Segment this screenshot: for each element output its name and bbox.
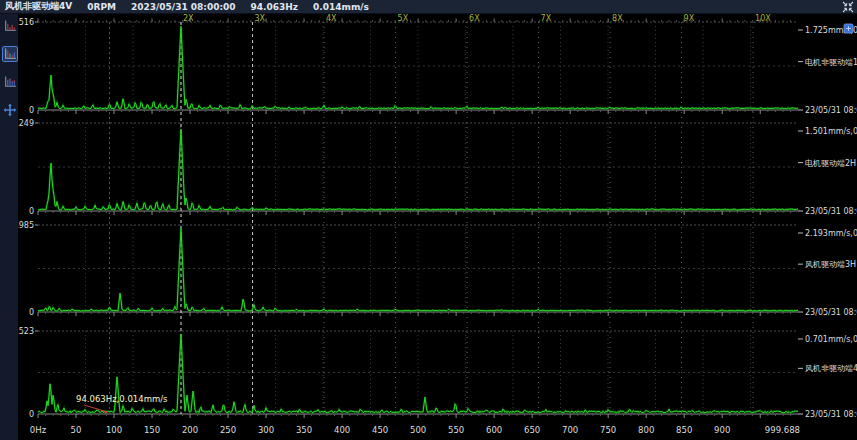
x-axis-label: 900 [714,425,730,435]
x-axis-label: 150 [144,425,160,435]
right-channel-label: 电机驱动端2H [805,159,856,168]
datetime-readout: 2023/05/31 08:00:00 [131,2,236,12]
spectrum-trace-glow [38,129,798,210]
y-zero-label: 0 [29,207,34,216]
right-time-label: 23/05/31 08:00:00 [805,207,857,216]
x-axis-label: 700 [562,425,578,435]
spectrum-chart-icon[interactable] [2,46,18,62]
x-axis-label: 650 [524,425,540,435]
y-zero-label: 0 [29,308,34,317]
right-time-label: 23/05/31 08:00:00 [805,410,857,419]
y-max-label: 1.249 [18,119,34,128]
x-axis-label: 850 [676,425,692,435]
x-axis-label: 450 [372,425,388,435]
y-max-label: 0.523 [18,327,34,336]
toolbar-sidebar [0,14,18,440]
harmonic-label: 2X [183,14,194,23]
x-axis-label: 600 [486,425,502,435]
x-axis-label: 200 [182,425,198,435]
harmonic-label: 9X [684,14,695,23]
y-max-label: 1.516 [18,18,34,27]
cursor-annotation: 94.063Hz,0.014mm/s [76,394,168,404]
x-axis-label: 550 [448,425,464,435]
harmonic-label: 10X [755,14,771,23]
y-zero-label: 0 [29,410,34,419]
spectrum-plot-area[interactable]: 1.51601.725mm/s,0RPM电机非驱动端1H23/05/31 08:… [18,14,857,440]
harmonic-label: 8X [612,14,623,23]
harmonic-label: 5X [398,14,409,23]
right-amplitude-label: 0.701mm/s,0RPM [805,335,857,344]
right-time-label: 23/05/31 08:00:00 [805,308,857,317]
harmonic-label: 7X [541,14,552,23]
x-axis-label: 50 [71,425,82,435]
spectrum-plot-region: 1.51601.725mm/s,0RPM电机非驱动端1H23/05/31 08:… [18,14,857,440]
trend-chart-icon[interactable] [2,18,18,34]
collapse-icon[interactable] [842,1,854,13]
x-axis-label: 500 [410,425,426,435]
x-axis-label: 250 [220,425,236,435]
x-axis-label: 750 [600,425,616,435]
channel-name: 风机非驱动端4V [5,0,72,13]
right-time-label: 23/05/31 08:00:00 [805,106,857,115]
x-axis-label: 400 [334,425,350,435]
status-bar: 风机非驱动端4V 0RPM 2023/05/31 08:00:00 94.063… [0,0,857,14]
right-amplitude-label: 2.193mm/s,0RPM [805,229,857,238]
harmonic-label: 6X [469,14,480,23]
right-amplitude-label: 1.501mm/s,0RPM [805,127,857,136]
move-cross-icon[interactable] [2,102,18,118]
x-axis-label: 999.688 [765,425,800,435]
right-channel-label: 电机非驱动端1H [805,58,857,67]
right-channel-label: 风机非驱动端4V [805,364,857,373]
rpm-readout: 0RPM [87,2,116,12]
x-axis-label: 300 [258,425,274,435]
cursor-amplitude-readout: 0.014mm/s [313,2,369,12]
y-max-label: 1.985 [18,221,34,230]
y-zero-label: 0 [29,106,34,115]
spectrum-trace [38,129,798,210]
waterfall-chart-icon[interactable] [2,74,18,90]
harmonic-label: 3X [255,14,266,23]
x-axis-label: 350 [296,425,312,435]
cursor-frequency-readout: 94.063Hz [251,2,299,12]
x-axis-label: 100 [106,425,122,435]
x-axis-label: 800 [638,425,654,435]
harmonic-label: 4X [326,14,337,23]
right-channel-label: 风机驱动端3H [805,260,856,269]
x-axis-label: 0Hz [30,425,47,435]
